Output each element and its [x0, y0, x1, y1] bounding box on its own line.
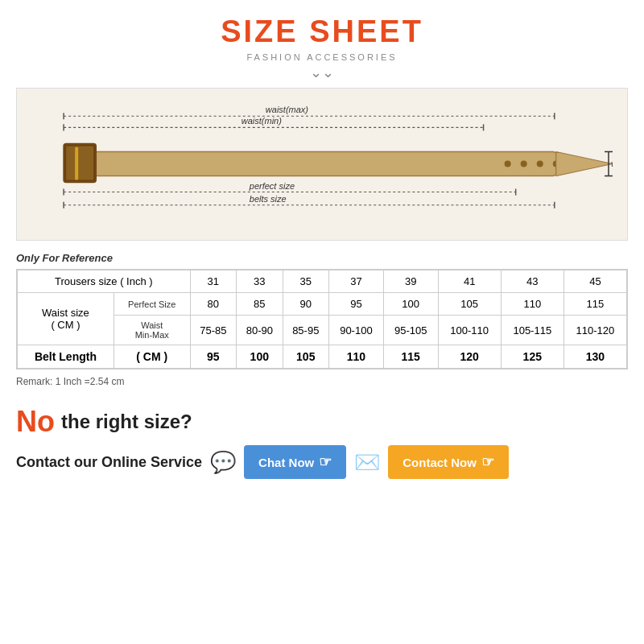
bl-95: 95 — [190, 345, 236, 369]
svg-marker-9 — [556, 151, 613, 175]
contact-section: Contact our Online Service 💬 Chat Now ☞ … — [16, 445, 628, 479]
chat-now-button[interactable]: Chat Now ☞ — [244, 445, 346, 479]
size-table-container: Trousers size ( Inch ) 31 33 35 37 39 41… — [16, 269, 628, 369]
wminmax-105-115: 105-115 — [501, 316, 564, 345]
svg-rect-2 — [75, 147, 78, 180]
perfect-80: 80 — [190, 293, 236, 316]
bl-115: 115 — [383, 345, 438, 369]
wminmax-85-95: 85-95 — [283, 316, 328, 345]
size-43: 43 — [501, 270, 564, 293]
bottom-section: No the right size? Contact our Online Se… — [16, 405, 628, 479]
perfect-size-label: Perfect Size — [114, 293, 190, 316]
perfect-85: 85 — [237, 293, 283, 316]
waist-min-max-label: Waist Min-Max — [114, 316, 190, 345]
svg-point-4 — [505, 160, 511, 167]
contact-now-button[interactable]: Contact Now ☞ — [388, 445, 509, 479]
svg-text:waist(min): waist(min) — [242, 116, 283, 126]
wminmax-110-120: 110-120 — [564, 316, 626, 345]
hand2-icon: ☞ — [481, 453, 494, 471]
perfect-95: 95 — [329, 293, 384, 316]
size-table: Trousers size ( Inch ) 31 33 35 37 39 41… — [17, 270, 627, 369]
wminmax-80-90: 80-90 — [237, 316, 283, 345]
bl-125: 125 — [501, 345, 564, 369]
size-31: 31 — [190, 270, 236, 293]
chat-now-label: Chat Now — [258, 456, 314, 469]
wminmax-100-110: 100-110 — [438, 316, 501, 345]
reference-note: Only For Reference — [16, 252, 628, 264]
perfect-90: 90 — [283, 293, 328, 316]
perfect-115: 115 — [564, 293, 626, 316]
size-33: 33 — [237, 270, 283, 293]
svg-text:belts size: belts size — [250, 194, 287, 204]
page-subtitle: FASHION ACCESSORIES — [246, 52, 397, 62]
svg-text:waist(max): waist(max) — [266, 105, 309, 114]
size-37: 37 — [329, 270, 384, 293]
perfect-105: 105 — [438, 293, 501, 316]
perfect-100: 100 — [383, 293, 438, 316]
no-text: No — [16, 405, 55, 439]
svg-text:perfect size: perfect size — [249, 181, 295, 191]
right-size-text: the right size? — [61, 411, 192, 433]
size-45: 45 — [564, 270, 626, 293]
waist-size-header: Waist size ( CM ) — [18, 293, 114, 345]
perfect-110: 110 — [501, 293, 564, 316]
page: SIZE SHEET FASHION ACCESSORIES ⌄⌄ — [0, 0, 644, 644]
mail-emoji-icon: ✉️ — [354, 450, 380, 475]
size-41: 41 — [438, 270, 501, 293]
belt-diagram: width waist(max) waist(min) perfect size… — [16, 88, 628, 241]
svg-point-6 — [537, 160, 543, 167]
contact-label: Contact our Online Service — [16, 454, 202, 471]
svg-rect-1 — [64, 143, 96, 182]
bl-105: 105 — [283, 345, 328, 369]
svg-rect-0 — [80, 151, 556, 175]
wminmax-90-100: 90-100 — [329, 316, 384, 345]
belt-length-label: Belt Length — [18, 345, 114, 369]
svg-point-5 — [521, 160, 527, 167]
svg-text:width: width — [611, 159, 613, 168]
no-right-size-row: No the right size? — [16, 405, 628, 439]
belt-length-unit: ( CM ) — [114, 345, 190, 369]
size-39: 39 — [383, 270, 438, 293]
wminmax-75-85: 75-85 — [190, 316, 236, 345]
bl-110: 110 — [329, 345, 384, 369]
chevron-icon: ⌄⌄ — [310, 65, 334, 80]
contact-now-label: Contact Now — [402, 456, 477, 469]
bl-130: 130 — [564, 345, 626, 369]
wminmax-95-105: 95-105 — [383, 316, 438, 345]
page-title: SIZE SHEET — [221, 14, 423, 49]
hand-icon: ☞ — [319, 453, 332, 471]
bl-100: 100 — [237, 345, 283, 369]
remark: Remark: 1 Inch =2.54 cm — [16, 376, 628, 387]
trouser-size-header: Trousers size ( Inch ) — [18, 270, 191, 293]
bl-120: 120 — [438, 345, 501, 369]
chat-emoji-icon: 💬 — [210, 450, 236, 475]
size-35: 35 — [283, 270, 328, 293]
